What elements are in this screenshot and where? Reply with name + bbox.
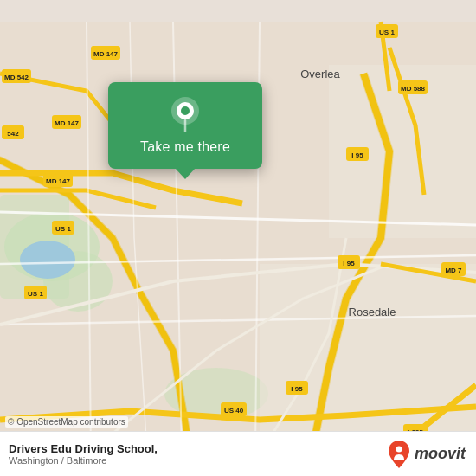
moovit-label: moovit — [415, 445, 466, 463]
svg-text:Rosedale: Rosedale — [349, 306, 396, 318]
location-title: Drivers Edu Driving School, — [9, 442, 158, 455]
svg-rect-7 — [260, 264, 476, 454]
osm-credit: © OpenStreetMap contributors — [5, 416, 128, 428]
svg-text:US 1: US 1 — [28, 290, 43, 298]
svg-text:I 95: I 95 — [351, 151, 363, 159]
location-info: Drivers Edu Driving School, Washington /… — [9, 442, 158, 466]
popup-card: Take me there — [108, 82, 262, 169]
map-container: US 1 MD 542 542 MD 147 MD 147 MD 147 US … — [0, 0, 476, 476]
map-background: US 1 MD 542 542 MD 147 MD 147 MD 147 US … — [0, 0, 476, 476]
take-me-there-button[interactable]: Take me there — [140, 139, 230, 155]
svg-text:MD 542: MD 542 — [4, 74, 29, 81]
svg-point-43 — [396, 446, 402, 452]
svg-point-42 — [181, 106, 190, 115]
svg-text:MD 7: MD 7 — [445, 267, 462, 274]
svg-text:I 95: I 95 — [343, 260, 355, 267]
svg-text:MD 147: MD 147 — [55, 119, 80, 127]
svg-text:US 40: US 40 — [224, 407, 244, 415]
svg-text:I 95: I 95 — [291, 385, 303, 393]
svg-point-5 — [20, 241, 75, 279]
svg-text:MD 147: MD 147 — [46, 177, 71, 185]
bottom-bar: Drivers Edu Driving School, Washington /… — [0, 431, 476, 476]
moovit-pin-icon — [387, 441, 411, 468]
svg-text:Overlea: Overlea — [300, 68, 340, 80]
location-pin-icon — [166, 94, 204, 132]
svg-text:MD 588: MD 588 — [401, 85, 426, 93]
svg-text:US 1: US 1 — [379, 29, 395, 36]
svg-text:542: 542 — [7, 130, 19, 138]
svg-text:US 1: US 1 — [55, 225, 71, 233]
moovit-logo: moovit — [387, 441, 466, 468]
location-subtitle: Washington / Baltimore — [9, 455, 158, 466]
svg-text:MD 147: MD 147 — [93, 50, 119, 58]
